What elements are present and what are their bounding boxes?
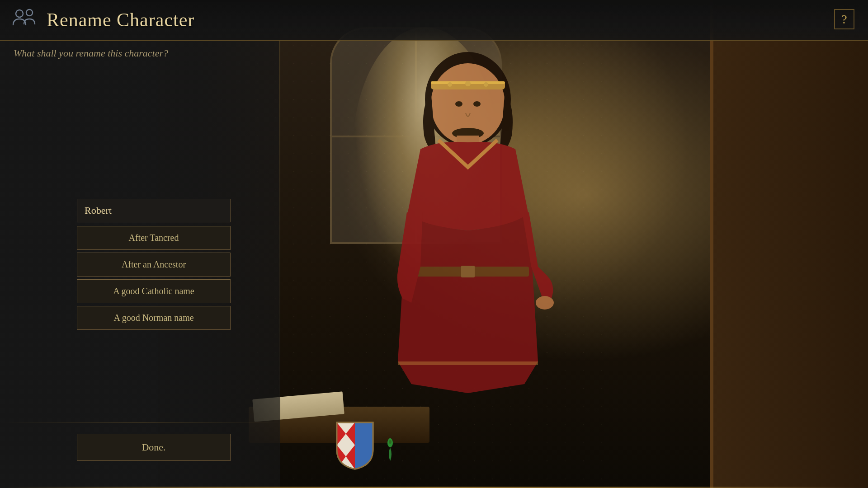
bottom-separator (0, 422, 280, 422)
religion-icon (379, 438, 401, 470)
svg-point-23 (389, 440, 392, 444)
svg-point-5 (465, 81, 471, 86)
page-title: Rename Character (47, 9, 194, 31)
options-container: After Tancred After an Ancestor A good C… (77, 226, 231, 330)
svg-rect-14 (398, 361, 538, 365)
option-catholic-name[interactable]: A good Catholic name (77, 279, 231, 303)
svg-rect-16 (355, 422, 373, 469)
bookshelf (710, 0, 868, 488)
option-after-tancred[interactable]: After Tancred (77, 226, 231, 250)
heraldry-area (335, 420, 401, 470)
svg-point-9 (473, 101, 481, 107)
svg-point-8 (455, 101, 462, 107)
svg-point-13 (536, 296, 554, 310)
svg-point-25 (26, 9, 33, 16)
help-button[interactable]: ? (834, 9, 854, 29)
name-input[interactable] (77, 199, 231, 222)
character-figure (371, 45, 565, 438)
people-icon (10, 6, 38, 33)
option-norman-name[interactable]: A good Norman name (77, 306, 231, 330)
coat-of-arms (335, 420, 375, 470)
svg-point-6 (484, 82, 488, 87)
svg-point-4 (448, 82, 452, 87)
done-button[interactable]: Done. (77, 434, 231, 461)
subtitle-text: What shall you rename this character? (14, 47, 168, 59)
header-icon-container (9, 5, 38, 35)
svg-point-24 (16, 10, 23, 17)
panel-border (279, 41, 280, 465)
svg-rect-12 (461, 266, 475, 277)
name-input-container (77, 199, 231, 222)
header-bar: Rename Character (0, 0, 868, 41)
option-after-ancestor[interactable]: After an Ancestor (77, 253, 231, 277)
